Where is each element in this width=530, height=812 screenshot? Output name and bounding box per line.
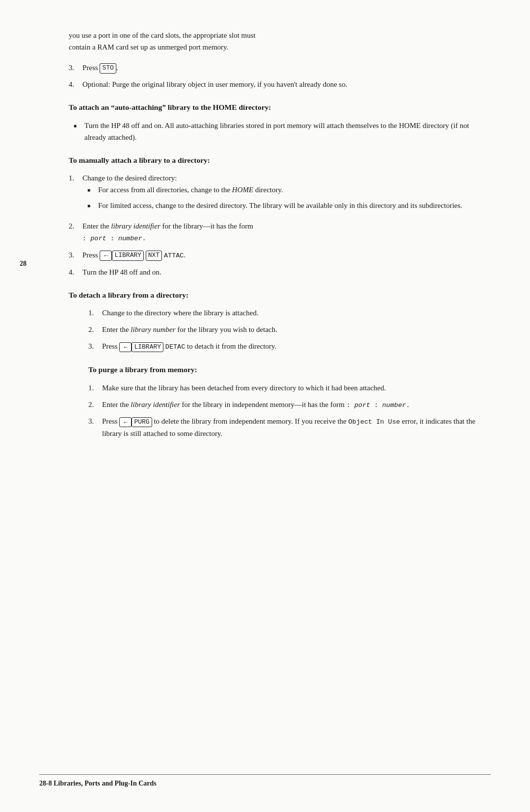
s3-step2-num: 2. xyxy=(88,324,102,335)
intro-paragraph: you use a port in one of the card slots,… xyxy=(69,29,491,53)
port-form2: : port : number. xyxy=(346,402,410,409)
bullet-icon: ■ xyxy=(74,120,84,143)
s3-step1-num: 1. xyxy=(88,307,102,319)
bullet-icon: ■ xyxy=(87,184,98,196)
s2-sub-bullet2: ■ For limited access, change to the desi… xyxy=(87,200,462,211)
s2-step1-num: 1. xyxy=(69,172,82,215)
bullet-icon: ■ xyxy=(87,200,98,211)
s3-step2-text: Enter the library number for the library… xyxy=(102,324,277,335)
step-3-text: Press STO. xyxy=(82,62,118,74)
left-arrow-key2: ← xyxy=(119,342,132,352)
section3-content: 1. Change to the directory where the lib… xyxy=(88,307,491,439)
section3-step1: 1. Change to the directory where the lib… xyxy=(88,307,491,319)
s4-step2-num: 2. xyxy=(88,399,102,411)
s2-step3-text: Press ←LIBRARY NXT ATTAC. xyxy=(82,249,186,261)
s3-step3-text: Press ←LIBRARY DETAC to detach it from t… xyxy=(102,340,276,353)
page-number: 28 xyxy=(20,260,26,268)
section2-step1: 1. Change to the desired directory: ■ Fo… xyxy=(69,172,491,215)
attac-monospace: ATTAC xyxy=(164,252,184,259)
s2-step1-content: Change to the desired directory: ■ For a… xyxy=(82,172,462,215)
home-italic: HOME xyxy=(232,186,253,194)
s2-sub-bullet1: ■ For access from all directories, chang… xyxy=(87,184,462,196)
s2-step2-num: 2. xyxy=(69,220,82,244)
s2-step3-num: 3. xyxy=(69,249,82,261)
content-area: you use a port in one of the card slots,… xyxy=(69,29,491,300)
step-4-optional: 4. Optional: Purge the original library … xyxy=(69,78,491,90)
s4-step3-num: 3. xyxy=(88,415,102,439)
section2-heading: To manually attach a library to a direct… xyxy=(69,155,491,166)
footer-text: 28-8 Libraries, Ports and Plug-In Cards xyxy=(39,780,157,787)
s3-step3-num: 3. xyxy=(88,340,102,353)
step-3-num: 3. xyxy=(69,62,82,74)
step-3-sto: 3. Press STO. xyxy=(69,62,491,74)
library-identifier-italic: library identifier xyxy=(111,222,160,230)
library-number-italic: library number xyxy=(131,326,175,333)
sub-items: ■ For access from all directories, chang… xyxy=(82,184,462,211)
library-key: LIBRARY xyxy=(112,251,144,260)
s4-step2-text: Enter the library identifier for the lib… xyxy=(102,399,410,411)
section4-step3: 3. Press ←PURG to delete the library fro… xyxy=(88,415,491,439)
purg-key: PURG xyxy=(132,417,152,427)
detac-monospace: DETAC xyxy=(165,343,186,351)
section3-step2: 2. Enter the library number for the libr… xyxy=(88,324,491,335)
left-arrow-key3: ← xyxy=(119,417,132,427)
sto-key: STO xyxy=(100,63,116,73)
port-number-form: : port : number. xyxy=(82,235,146,242)
section2-step4: 4. Turn the HP 48 off and on. xyxy=(69,266,491,278)
left-arrow-key: ← xyxy=(100,251,112,260)
intro-line1: you use a port in one of the card slots,… xyxy=(69,29,491,41)
step-4-num: 4. xyxy=(69,78,82,90)
section4-heading: To purge a library from memory: xyxy=(88,364,491,375)
s2-step2-text: Enter the library identifier for the lib… xyxy=(82,220,253,244)
s4-step3-text: Press ←PURG to delete the library from i… xyxy=(102,415,491,439)
library-key2: LIBRARY xyxy=(132,342,163,352)
footer: 28-8 Libraries, Ports and Plug-In Cards xyxy=(39,774,491,787)
page: you use a port in one of the card slots,… xyxy=(0,0,530,812)
section4-step1: 1. Make sure that the library has been d… xyxy=(88,382,491,394)
s2-sub1-text: For access from all directories, change … xyxy=(98,184,283,196)
section1-bullet-item: ■ Turn the HP 48 off and on. All auto-at… xyxy=(74,120,491,143)
nxt-key: NXT xyxy=(146,251,162,260)
section3-step3: 3. Press ←LIBRARY DETAC to detach it fro… xyxy=(88,340,491,353)
s4-step1-num: 1. xyxy=(88,382,102,394)
section2-step3: 3. Press ←LIBRARY NXT ATTAC. xyxy=(69,249,491,261)
s2-step4-num: 4. xyxy=(69,266,82,278)
section1-heading: To attach an “auto-attaching” library to… xyxy=(69,102,491,113)
lib-id-italic2: library identifier xyxy=(131,401,180,408)
intro-line2: contain a RAM card set up as unmerged po… xyxy=(69,41,491,53)
section3-heading: To detach a library from a directory: xyxy=(69,290,491,301)
section4-step2: 2. Enter the library identifier for the … xyxy=(88,399,491,411)
section2-step2: 2. Enter the library identifier for the … xyxy=(69,220,491,244)
object-in-use-monospace: Object In Use xyxy=(348,418,400,426)
